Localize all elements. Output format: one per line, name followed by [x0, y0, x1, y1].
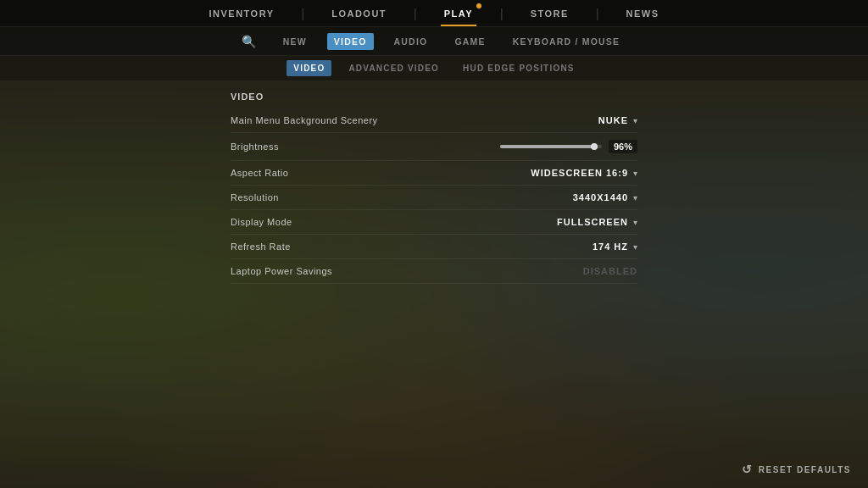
- video-tab-hud[interactable]: HUD EDGE POSITIONS: [456, 60, 581, 76]
- nav-divider-3: |: [500, 7, 504, 20]
- nav-item-store[interactable]: STORE: [527, 0, 572, 26]
- settings-nav-new[interactable]: NEW: [276, 33, 314, 50]
- brightness-slider-thumb: [591, 143, 598, 150]
- video-tab-video[interactable]: VIDEO: [287, 60, 331, 76]
- nav-item-inventory[interactable]: INVENTORY: [205, 0, 277, 26]
- setting-label-display-mode: Display Mode: [231, 217, 292, 227]
- settings-panel: Video Main Menu Background Scenery NUKE …: [0, 81, 868, 488]
- setting-row-laptop-power: Laptop Power Savings DISABLED: [231, 259, 637, 284]
- video-tab-advanced[interactable]: ADVANCED VIDEO: [342, 60, 446, 76]
- nav-divider-1: |: [302, 7, 305, 20]
- setting-value-text-display-mode: FULLSCREEN: [557, 217, 628, 227]
- setting-label-aspect-ratio: Aspect Ratio: [231, 168, 288, 178]
- setting-label-main-menu: Main Menu Background Scenery: [231, 115, 378, 125]
- setting-value-display-mode[interactable]: FULLSCREEN ▾: [557, 217, 637, 227]
- setting-value-text-main-menu: NUKE: [598, 115, 628, 125]
- nav-divider-4: |: [596, 7, 599, 20]
- chevron-down-icon-display-mode: ▾: [633, 218, 637, 227]
- brightness-value: 96%: [609, 140, 637, 153]
- play-badge: [476, 3, 481, 8]
- search-icon[interactable]: 🔍: [242, 35, 256, 48]
- setting-label-laptop-power: Laptop Power Savings: [231, 266, 332, 276]
- nav-divider-2: |: [414, 7, 417, 20]
- setting-value-resolution[interactable]: 3440X1440 ▾: [573, 192, 637, 202]
- setting-row-aspect-ratio: Aspect Ratio WIDESCREEN 16:9 ▾: [231, 161, 637, 186]
- chevron-down-icon-aspect-ratio: ▾: [633, 169, 637, 178]
- nav-item-news[interactable]: NEWS: [623, 0, 663, 26]
- settings-nav-keyboard-mouse[interactable]: KEYBOARD / MOUSE: [506, 33, 627, 50]
- video-tabs: VIDEO ADVANCED VIDEO HUD EDGE POSITIONS: [0, 56, 868, 81]
- reset-defaults-label: RESET DEFAULTS: [759, 465, 851, 474]
- top-nav: INVENTORY | LOADOUT | PLAY | STORE | NEW…: [0, 0, 868, 27]
- brightness-slider-fill: [500, 145, 598, 148]
- setting-row-main-menu-background: Main Menu Background Scenery NUKE ▾: [231, 108, 637, 133]
- setting-row-brightness: Brightness 96%: [231, 133, 637, 161]
- settings-nav-video[interactable]: VIDEO: [327, 33, 374, 50]
- settings-box: Video Main Menu Background Scenery NUKE …: [231, 92, 637, 488]
- setting-label-refresh-rate: Refresh Rate: [231, 241, 291, 252]
- setting-label-brightness: Brightness: [231, 141, 279, 152]
- nav-item-loadout[interactable]: LOADOUT: [328, 0, 390, 26]
- nav-item-play[interactable]: PLAY: [441, 0, 476, 26]
- settings-nav-game[interactable]: GAME: [448, 33, 492, 50]
- setting-value-text-laptop-power: DISABLED: [583, 266, 637, 276]
- section-title: Video: [231, 92, 637, 102]
- settings-category-nav: 🔍 NEW VIDEO AUDIO GAME KEYBOARD / MOUSE: [0, 27, 868, 56]
- setting-value-laptop-power: DISABLED: [583, 266, 637, 276]
- brightness-slider-track[interactable]: [500, 145, 602, 148]
- brightness-control[interactable]: 96%: [500, 140, 637, 153]
- setting-value-refresh-rate[interactable]: 174 HZ ▾: [593, 241, 637, 252]
- setting-label-resolution: Resolution: [231, 192, 279, 202]
- setting-value-text-refresh-rate: 174 HZ: [593, 241, 628, 252]
- setting-value-text-resolution: 3440X1440: [573, 192, 628, 202]
- setting-value-text-aspect-ratio: WIDESCREEN 16:9: [531, 168, 628, 178]
- settings-nav-audio[interactable]: AUDIO: [387, 33, 435, 50]
- setting-value-aspect-ratio[interactable]: WIDESCREEN 16:9 ▾: [531, 168, 637, 178]
- setting-row-resolution: Resolution 3440X1440 ▾: [231, 186, 637, 210]
- chevron-down-icon-resolution: ▾: [633, 193, 637, 202]
- chevron-down-icon-refresh-rate: ▾: [633, 242, 637, 252]
- setting-value-main-menu[interactable]: NUKE ▾: [598, 115, 637, 125]
- setting-row-refresh-rate: Refresh Rate 174 HZ ▾: [231, 235, 637, 259]
- chevron-down-icon-main-menu: ▾: [633, 116, 637, 125]
- reset-icon: ↺: [742, 463, 754, 476]
- setting-row-display-mode: Display Mode FULLSCREEN ▾: [231, 210, 637, 235]
- reset-defaults-button[interactable]: ↺ RESET DEFAULTS: [742, 463, 851, 476]
